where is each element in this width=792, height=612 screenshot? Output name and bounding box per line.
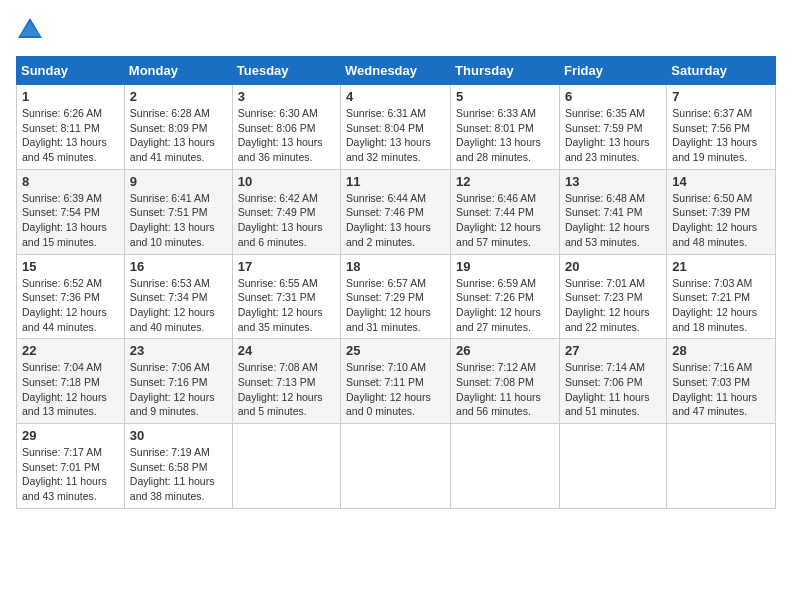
day-number: 14 (672, 174, 770, 189)
page-header (16, 16, 776, 44)
calendar-cell: 27Sunrise: 7:14 AMSunset: 7:06 PMDayligh… (559, 339, 666, 424)
calendar-cell: 4Sunrise: 6:31 AMSunset: 8:04 PMDaylight… (341, 85, 451, 170)
calendar-header-row: SundayMondayTuesdayWednesdayThursdayFrid… (17, 57, 776, 85)
day-number: 4 (346, 89, 445, 104)
calendar-cell: 24Sunrise: 7:08 AMSunset: 7:13 PMDayligh… (232, 339, 340, 424)
header-tuesday: Tuesday (232, 57, 340, 85)
day-number: 23 (130, 343, 227, 358)
calendar-cell: 6Sunrise: 6:35 AMSunset: 7:59 PMDaylight… (559, 85, 666, 170)
calendar-cell (341, 424, 451, 509)
day-info: Sunrise: 6:31 AMSunset: 8:04 PMDaylight:… (346, 106, 445, 165)
day-number: 18 (346, 259, 445, 274)
calendar-cell: 1Sunrise: 6:26 AMSunset: 8:11 PMDaylight… (17, 85, 125, 170)
calendar-cell (451, 424, 560, 509)
day-info: Sunrise: 6:33 AMSunset: 8:01 PMDaylight:… (456, 106, 554, 165)
day-number: 15 (22, 259, 119, 274)
day-number: 24 (238, 343, 335, 358)
day-number: 19 (456, 259, 554, 274)
day-info: Sunrise: 7:01 AMSunset: 7:23 PMDaylight:… (565, 276, 661, 335)
day-info: Sunrise: 6:46 AMSunset: 7:44 PMDaylight:… (456, 191, 554, 250)
day-info: Sunrise: 6:59 AMSunset: 7:26 PMDaylight:… (456, 276, 554, 335)
logo (16, 16, 48, 44)
header-friday: Friday (559, 57, 666, 85)
day-number: 28 (672, 343, 770, 358)
calendar-cell: 14Sunrise: 6:50 AMSunset: 7:39 PMDayligh… (667, 169, 776, 254)
day-info: Sunrise: 6:37 AMSunset: 7:56 PMDaylight:… (672, 106, 770, 165)
day-info: Sunrise: 6:57 AMSunset: 7:29 PMDaylight:… (346, 276, 445, 335)
day-number: 25 (346, 343, 445, 358)
day-info: Sunrise: 6:50 AMSunset: 7:39 PMDaylight:… (672, 191, 770, 250)
day-info: Sunrise: 6:52 AMSunset: 7:36 PMDaylight:… (22, 276, 119, 335)
day-number: 1 (22, 89, 119, 104)
calendar-cell: 2Sunrise: 6:28 AMSunset: 8:09 PMDaylight… (124, 85, 232, 170)
day-number: 17 (238, 259, 335, 274)
logo-icon (16, 16, 44, 44)
calendar-cell: 5Sunrise: 6:33 AMSunset: 8:01 PMDaylight… (451, 85, 560, 170)
header-wednesday: Wednesday (341, 57, 451, 85)
calendar-cell: 21Sunrise: 7:03 AMSunset: 7:21 PMDayligh… (667, 254, 776, 339)
day-info: Sunrise: 7:14 AMSunset: 7:06 PMDaylight:… (565, 360, 661, 419)
calendar-week-3: 15Sunrise: 6:52 AMSunset: 7:36 PMDayligh… (17, 254, 776, 339)
day-number: 29 (22, 428, 119, 443)
day-info: Sunrise: 6:41 AMSunset: 7:51 PMDaylight:… (130, 191, 227, 250)
header-thursday: Thursday (451, 57, 560, 85)
day-number: 21 (672, 259, 770, 274)
day-info: Sunrise: 7:17 AMSunset: 7:01 PMDaylight:… (22, 445, 119, 504)
calendar-cell: 11Sunrise: 6:44 AMSunset: 7:46 PMDayligh… (341, 169, 451, 254)
day-number: 13 (565, 174, 661, 189)
day-info: Sunrise: 6:28 AMSunset: 8:09 PMDaylight:… (130, 106, 227, 165)
calendar-cell: 3Sunrise: 6:30 AMSunset: 8:06 PMDaylight… (232, 85, 340, 170)
day-info: Sunrise: 6:53 AMSunset: 7:34 PMDaylight:… (130, 276, 227, 335)
calendar-week-4: 22Sunrise: 7:04 AMSunset: 7:18 PMDayligh… (17, 339, 776, 424)
day-info: Sunrise: 7:12 AMSunset: 7:08 PMDaylight:… (456, 360, 554, 419)
day-info: Sunrise: 7:03 AMSunset: 7:21 PMDaylight:… (672, 276, 770, 335)
calendar-cell: 22Sunrise: 7:04 AMSunset: 7:18 PMDayligh… (17, 339, 125, 424)
day-number: 30 (130, 428, 227, 443)
day-info: Sunrise: 6:42 AMSunset: 7:49 PMDaylight:… (238, 191, 335, 250)
day-info: Sunrise: 6:35 AMSunset: 7:59 PMDaylight:… (565, 106, 661, 165)
day-number: 6 (565, 89, 661, 104)
day-info: Sunrise: 7:06 AMSunset: 7:16 PMDaylight:… (130, 360, 227, 419)
calendar-cell: 28Sunrise: 7:16 AMSunset: 7:03 PMDayligh… (667, 339, 776, 424)
header-sunday: Sunday (17, 57, 125, 85)
calendar-week-5: 29Sunrise: 7:17 AMSunset: 7:01 PMDayligh… (17, 424, 776, 509)
calendar-cell: 26Sunrise: 7:12 AMSunset: 7:08 PMDayligh… (451, 339, 560, 424)
calendar-cell: 30Sunrise: 7:19 AMSunset: 6:58 PMDayligh… (124, 424, 232, 509)
day-info: Sunrise: 6:44 AMSunset: 7:46 PMDaylight:… (346, 191, 445, 250)
day-info: Sunrise: 7:04 AMSunset: 7:18 PMDaylight:… (22, 360, 119, 419)
day-info: Sunrise: 6:48 AMSunset: 7:41 PMDaylight:… (565, 191, 661, 250)
calendar-cell (559, 424, 666, 509)
calendar-week-2: 8Sunrise: 6:39 AMSunset: 7:54 PMDaylight… (17, 169, 776, 254)
day-number: 9 (130, 174, 227, 189)
calendar-cell: 12Sunrise: 6:46 AMSunset: 7:44 PMDayligh… (451, 169, 560, 254)
calendar-cell: 17Sunrise: 6:55 AMSunset: 7:31 PMDayligh… (232, 254, 340, 339)
calendar-cell: 16Sunrise: 6:53 AMSunset: 7:34 PMDayligh… (124, 254, 232, 339)
day-info: Sunrise: 7:10 AMSunset: 7:11 PMDaylight:… (346, 360, 445, 419)
calendar-cell: 8Sunrise: 6:39 AMSunset: 7:54 PMDaylight… (17, 169, 125, 254)
day-number: 8 (22, 174, 119, 189)
day-info: Sunrise: 7:16 AMSunset: 7:03 PMDaylight:… (672, 360, 770, 419)
day-info: Sunrise: 6:30 AMSunset: 8:06 PMDaylight:… (238, 106, 335, 165)
day-info: Sunrise: 6:26 AMSunset: 8:11 PMDaylight:… (22, 106, 119, 165)
calendar-cell: 29Sunrise: 7:17 AMSunset: 7:01 PMDayligh… (17, 424, 125, 509)
calendar-cell: 15Sunrise: 6:52 AMSunset: 7:36 PMDayligh… (17, 254, 125, 339)
calendar-cell: 10Sunrise: 6:42 AMSunset: 7:49 PMDayligh… (232, 169, 340, 254)
day-number: 12 (456, 174, 554, 189)
day-number: 10 (238, 174, 335, 189)
day-number: 26 (456, 343, 554, 358)
calendar-cell: 25Sunrise: 7:10 AMSunset: 7:11 PMDayligh… (341, 339, 451, 424)
calendar-cell: 9Sunrise: 6:41 AMSunset: 7:51 PMDaylight… (124, 169, 232, 254)
day-number: 20 (565, 259, 661, 274)
calendar-week-1: 1Sunrise: 6:26 AMSunset: 8:11 PMDaylight… (17, 85, 776, 170)
day-info: Sunrise: 6:55 AMSunset: 7:31 PMDaylight:… (238, 276, 335, 335)
svg-marker-1 (20, 22, 40, 36)
calendar-cell: 23Sunrise: 7:06 AMSunset: 7:16 PMDayligh… (124, 339, 232, 424)
calendar-cell: 13Sunrise: 6:48 AMSunset: 7:41 PMDayligh… (559, 169, 666, 254)
day-number: 2 (130, 89, 227, 104)
day-number: 5 (456, 89, 554, 104)
day-number: 16 (130, 259, 227, 274)
calendar-cell: 18Sunrise: 6:57 AMSunset: 7:29 PMDayligh… (341, 254, 451, 339)
day-info: Sunrise: 7:19 AMSunset: 6:58 PMDaylight:… (130, 445, 227, 504)
day-number: 7 (672, 89, 770, 104)
day-info: Sunrise: 6:39 AMSunset: 7:54 PMDaylight:… (22, 191, 119, 250)
